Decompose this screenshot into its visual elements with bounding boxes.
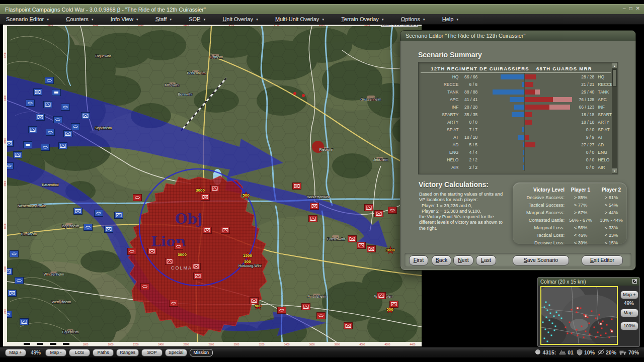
pact-unit-counter[interactable] <box>375 211 383 217</box>
pact-unit-counter[interactable] <box>128 248 136 255</box>
menu-sop[interactable]: SOP▼ <box>183 16 212 22</box>
pact-unit-counter[interactable] <box>310 203 319 210</box>
minimap-zoom-out-button[interactable]: Map - <box>620 309 638 317</box>
nato-unit-counter[interactable] <box>10 251 19 257</box>
pact-unit-counter[interactable] <box>133 195 142 201</box>
minimap-popout-icon[interactable] <box>632 279 637 285</box>
minimap-view[interactable] <box>540 286 618 345</box>
pact-unit-counter[interactable] <box>203 227 212 234</box>
pact-unit-counter[interactable] <box>302 304 310 310</box>
pact-unit-counter[interactable] <box>278 307 286 314</box>
left-strength-bar <box>480 74 524 79</box>
nato-unit-counter[interactable] <box>54 117 62 123</box>
pact-unit-counter[interactable] <box>365 205 373 211</box>
dialog-title-bar[interactable]: Scenario Editor "The Ride of the 12th Cu… <box>400 31 635 41</box>
minimap-title-bar[interactable]: Colmar (20 x 15 km) <box>538 278 639 286</box>
nato-unit-counter[interactable] <box>44 102 52 108</box>
maximize-button[interactable]: □ <box>629 6 632 11</box>
pact-unit-counter[interactable] <box>317 313 326 319</box>
pact-unit-counter[interactable] <box>166 258 174 265</box>
ranges-button[interactable]: Ranges <box>116 349 139 356</box>
nato-unit-counter[interactable] <box>36 114 45 121</box>
mission-button[interactable]: Mission <box>190 349 213 356</box>
pact-unit-counter[interactable] <box>250 298 259 304</box>
pact-unit-counter[interactable] <box>344 323 353 329</box>
sop-button[interactable]: SOP <box>141 349 163 356</box>
pact-unit-counter[interactable] <box>390 301 398 308</box>
menu-unit-overlay[interactable]: Unit Overlay▼ <box>216 16 264 22</box>
pact-unit-counter[interactable] <box>309 216 317 222</box>
pact-unit-counter[interactable] <box>194 273 202 280</box>
nato-unit-counter[interactable] <box>15 278 24 284</box>
menu-terrain-overlay[interactable]: Terrain Overlay▼ <box>335 16 390 22</box>
pact-unit-counter[interactable] <box>170 300 178 307</box>
scroll-down-button[interactable]: ▼ <box>612 168 617 173</box>
nato-unit-counter[interactable] <box>74 208 83 215</box>
nato-unit-counter[interactable] <box>84 224 93 231</box>
nato-unit-counter[interactable] <box>95 210 103 217</box>
nato-unit-counter[interactable] <box>8 290 17 297</box>
nato-unit-counter[interactable] <box>52 89 61 96</box>
pact-unit-counter[interactable] <box>357 242 366 249</box>
nato-unit-counter[interactable] <box>41 144 50 151</box>
paths-button[interactable]: Paths <box>93 349 114 356</box>
nato-unit-counter[interactable] <box>24 142 32 148</box>
save-scenario-button[interactable]: Save Scenario <box>513 255 569 265</box>
left-unit-count: 4 / 4 <box>458 150 477 155</box>
nato-unit-counter[interactable] <box>29 127 37 133</box>
next-button[interactable]: Next <box>453 255 473 265</box>
last-button[interactable]: Last <box>476 255 496 265</box>
nato-unit-counter[interactable] <box>59 143 67 149</box>
pact-unit-counter[interactable] <box>192 263 201 270</box>
pact-unit-counter[interactable] <box>148 248 156 255</box>
pact-unit-counter[interactable] <box>141 284 149 290</box>
scroll-up-button[interactable]: ▲ <box>612 63 617 68</box>
menu-scenario-editor[interactable]: Scenario Editor▼ <box>0 16 55 22</box>
minimize-button[interactable]: – <box>623 6 626 11</box>
scroll-thumb[interactable] <box>612 69 617 86</box>
nato-unit-counter[interactable] <box>64 131 72 137</box>
menu-info-view[interactable]: Info View▼ <box>105 16 145 22</box>
map-button[interactable]: Map - <box>45 349 66 356</box>
nato-unit-counter[interactable] <box>105 226 113 233</box>
pact-unit-counter[interactable] <box>293 183 301 190</box>
nato-unit-counter[interactable] <box>14 152 22 158</box>
special-button[interactable]: Special <box>165 349 187 356</box>
pact-unit-counter[interactable] <box>348 236 357 242</box>
pact-unit-counter[interactable] <box>175 243 183 250</box>
menu-counters[interactable]: Counters▼ <box>60 16 100 22</box>
menu-staff[interactable]: Staff▼ <box>149 16 178 22</box>
pact-unit-counter[interactable] <box>201 194 210 201</box>
map-button[interactable]: Map + <box>5 349 26 356</box>
exit-editor-button[interactable]: Exit Editor <box>582 255 623 265</box>
table-scrollbar[interactable]: ▲ ▼ <box>612 63 617 173</box>
pact-unit-counter[interactable] <box>388 207 397 214</box>
menu-help[interactable]: Help▼ <box>436 16 465 22</box>
minimap-full-zoom-button[interactable]: 100% <box>620 322 638 330</box>
summary-row-sp-at: SP AT7 / 70 / 0SP AT <box>419 126 618 133</box>
right-unit-count: 0 / 0 <box>574 127 595 132</box>
nato-unit-counter[interactable] <box>26 100 35 107</box>
pact-unit-counter[interactable] <box>377 293 386 299</box>
back-button[interactable]: Back <box>432 255 451 265</box>
pact-unit-counter[interactable] <box>367 246 376 252</box>
nato-unit-counter[interactable] <box>71 124 80 130</box>
pact-unit-counter[interactable] <box>211 186 219 192</box>
nato-unit-counter[interactable] <box>115 212 123 219</box>
svg-text:500: 500 <box>243 193 250 198</box>
los-button[interactable]: LOS <box>69 349 90 356</box>
minimap-zoom-in-button[interactable]: Map + <box>620 291 638 299</box>
nato-unit-counter[interactable] <box>61 104 70 111</box>
title-bar[interactable]: Flashpoint Campaigns Cold War - 3.0.0.98… <box>0 4 644 14</box>
nato-unit-counter[interactable] <box>45 77 54 84</box>
nato-unit-counter[interactable] <box>20 319 29 325</box>
nato-unit-counter[interactable] <box>34 89 42 96</box>
nato-unit-counter[interactable] <box>82 113 90 119</box>
first-button[interactable]: First <box>409 255 428 265</box>
player1-threshold: < 56% <box>565 225 597 230</box>
nato-unit-counter[interactable] <box>46 129 55 136</box>
pact-unit-counter[interactable] <box>221 227 230 234</box>
menu-multi-unit-overlay[interactable]: Multi-Unit Overlay▼ <box>269 16 331 22</box>
close-button[interactable]: ✕ <box>636 6 640 11</box>
menu-options[interactable]: Options▼ <box>395 16 432 22</box>
